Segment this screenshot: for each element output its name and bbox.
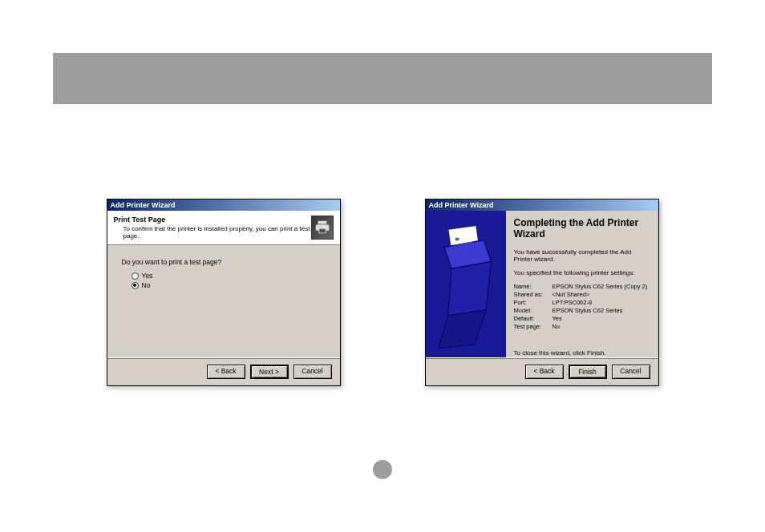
back-button[interactable]: < Back — [207, 365, 245, 379]
completing-wizard-dialog: Add Printer Wizard Completing the Add Pr… — [425, 199, 659, 386]
cancel-button[interactable]: Cancel — [293, 365, 332, 379]
finish-button[interactable]: Finish — [569, 365, 607, 379]
prompt-text: Do you want to print a test page? — [122, 258, 326, 266]
printer-graphic-icon — [430, 219, 502, 355]
button-bar: < Back Finish Cancel — [426, 357, 658, 385]
setting-label: Test page: — [514, 323, 552, 330]
setting-label: Port: — [514, 299, 552, 306]
print-test-page-dialog: Add Printer Wizard Print Test Page To co… — [107, 199, 341, 386]
specified-text: You specified the following printer sett… — [514, 269, 650, 276]
dialog-body: Completing the Add Printer Wizard You ha… — [426, 211, 658, 357]
setting-value: Yes — [552, 315, 562, 322]
dialog-body: Do you want to print a test page? Yes No — [107, 245, 340, 357]
setting-label: Shared as: — [514, 291, 552, 298]
cancel-button[interactable]: Cancel — [612, 365, 650, 379]
button-bar: < Back Next > Cancel — [107, 357, 340, 385]
page-number-circle — [373, 460, 392, 479]
setting-name: Name: EPSON Stylus C62 Series (Copy 2) — [514, 283, 650, 290]
setting-label: Name: — [514, 283, 552, 290]
setting-model: Model: EPSON Stylus C62 Series — [514, 307, 650, 314]
wizard-graphic-panel — [426, 211, 506, 357]
success-text: You have successfully completed the Add … — [514, 248, 650, 263]
setting-value: LPT:PSC062-8 — [552, 299, 593, 306]
setting-testpage: Test page: No — [514, 323, 650, 330]
dialog-titlebar: Add Printer Wizard — [107, 200, 340, 211]
radio-icon — [132, 282, 139, 289]
wizard-right-content: Completing the Add Printer Wizard You ha… — [506, 211, 658, 357]
next-button[interactable]: Next > — [250, 365, 289, 379]
setting-shared: Shared as: <Not Shared> — [514, 291, 650, 298]
header-text: Print Test Page To confirm that the prin… — [114, 216, 311, 240]
setting-label: Model: — [514, 307, 552, 314]
dialogs-container: Add Printer Wizard Print Test Page To co… — [0, 199, 765, 386]
svg-point-1 — [455, 238, 459, 241]
printer-icon — [311, 216, 334, 240]
header-subtitle: To confirm that the printer is installed… — [114, 225, 311, 240]
radio-label: No — [142, 281, 151, 289]
back-button[interactable]: < Back — [525, 365, 564, 379]
dialog-header: Print Test Page To confirm that the prin… — [107, 211, 340, 245]
radio-yes[interactable]: Yes — [122, 271, 326, 280]
radio-no[interactable]: No — [122, 280, 326, 290]
setting-port: Port: LPT:PSC062-8 — [514, 299, 650, 306]
settings-table: Name: EPSON Stylus C62 Series (Copy 2) S… — [514, 283, 650, 330]
setting-value: No — [552, 323, 561, 330]
radio-icon — [132, 272, 139, 280]
setting-value: EPSON Stylus C62 Series (Copy 2) — [552, 283, 648, 290]
setting-value: EPSON Stylus C62 Series — [552, 307, 623, 314]
dialog-titlebar: Add Printer Wizard — [426, 200, 658, 211]
header-gray-bar — [53, 53, 712, 104]
close-instruction: To close this wizard, click Finish. — [514, 349, 650, 357]
header-title: Print Test Page — [114, 216, 311, 224]
setting-default: Default: Yes — [514, 315, 650, 322]
setting-value: <Not Shared> — [552, 291, 590, 298]
radio-label: Yes — [142, 272, 153, 280]
setting-label: Default: — [514, 315, 552, 322]
completing-heading: Completing the Add Printer Wizard — [514, 217, 650, 240]
